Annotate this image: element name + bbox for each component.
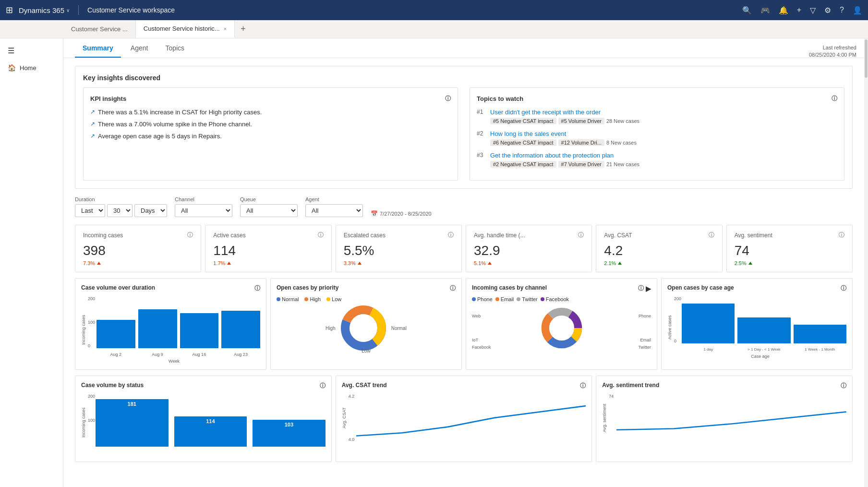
- apps-icon[interactable]: 🎮: [760, 6, 770, 15]
- sidebar-item-home[interactable]: 🏠 Home: [0, 59, 63, 76]
- topic-tags-1: #5 Negative CSAT impact #5 Volume Driver…: [490, 118, 639, 124]
- kpi-info-icon[interactable]: ⓘ: [445, 95, 451, 103]
- kpi-card-delta-4: 2.1%: [604, 260, 714, 266]
- kpi-card-title-2: Escalated cases: [344, 232, 386, 239]
- delta-arrow-0: [97, 262, 101, 265]
- chart-priority-info[interactable]: ⓘ: [450, 284, 456, 292]
- topics-info-icon[interactable]: ⓘ: [832, 95, 837, 103]
- scrollbar-thumb[interactable]: [865, 39, 868, 78]
- kpi-card-info-0[interactable]: ⓘ: [187, 231, 193, 239]
- chart-csat-info[interactable]: ⓘ: [580, 382, 586, 390]
- legend-low: Low: [326, 296, 341, 302]
- app-chevron-icon[interactable]: ∨: [66, 8, 70, 13]
- date-range-text: 7/27/2020 - 8/25/2020: [380, 211, 432, 217]
- duration-filter: Duration Last 30 Days: [75, 196, 167, 217]
- user-icon[interactable]: 👤: [853, 6, 862, 15]
- topbar: ⊞ Dynamics 365 ∨ Customer Service worksp…: [0, 0, 868, 20]
- kpi-card-delta-3: 5.1%: [474, 260, 584, 266]
- vol-status-ylabel: Incoming cases: [81, 394, 86, 451]
- svg-point-3: [350, 315, 377, 341]
- insights-title: Key insights discovered: [83, 74, 844, 82]
- last-refreshed-label: Last refreshed: [809, 44, 856, 51]
- hamburger-button[interactable]: ☰: [0, 42, 63, 59]
- tab-close-icon[interactable]: ×: [224, 26, 227, 32]
- legend-high: High: [304, 296, 321, 302]
- chart-csat-title: Avg. CSAT trend ⓘ: [342, 382, 586, 390]
- main-layout: ☰ 🏠 Home Summary Agent Topics Last refre…: [0, 38, 868, 487]
- arrow-up-icon-3: ↗: [90, 133, 95, 139]
- kpi-card-title-4: Avg. CSAT: [604, 232, 632, 239]
- topic-link-2[interactable]: How long is the sales event: [490, 130, 566, 137]
- filter-icon[interactable]: ▽: [810, 6, 816, 15]
- csat-ylabel: Avg. CSAT: [342, 394, 347, 442]
- chart-channel-info[interactable]: ⓘ: [638, 284, 644, 292]
- age-bar-1day: [682, 304, 735, 343]
- queue-select[interactable]: All: [240, 204, 298, 217]
- tab-historic[interactable]: Customer Service historic... ×: [136, 20, 235, 38]
- kpi-card-info-2[interactable]: ⓘ: [448, 231, 454, 239]
- channel-select[interactable]: All: [175, 204, 232, 217]
- channel-label-phone: Phone: [639, 314, 651, 318]
- topic-link-3[interactable]: Get the information about the protection…: [490, 152, 614, 159]
- csat-trend-svg: [356, 394, 586, 442]
- legend-normal: Normal: [277, 296, 299, 302]
- topic-tags-2: #6 Negative CSAT impact #12 Volume Dri..…: [490, 139, 637, 146]
- duration-preset-select[interactable]: Last: [75, 204, 105, 217]
- channel-label-email: Email: [640, 338, 651, 342]
- topic-item-3: #3 Get the information about the protect…: [477, 152, 837, 168]
- insights-inner: KPI insights ⓘ ↗ There was a 5.1% increa…: [83, 87, 844, 181]
- chart-sentiment-info[interactable]: ⓘ: [841, 382, 846, 390]
- sidebar: ☰ 🏠 Home: [0, 38, 63, 487]
- main-content: Summary Agent Topics Last refreshed 08/2…: [63, 38, 864, 487]
- chart-volume-title: Case volume over duration ⓘ: [81, 284, 260, 292]
- legend-twitter: Twitter: [517, 296, 537, 302]
- topic-link-1[interactable]: User didn't get the receipt with the ord…: [490, 109, 601, 116]
- calendar-icon: 📅: [371, 210, 378, 217]
- topic-new-cases-3: 21 New cases: [606, 161, 639, 167]
- topic-tag-2a: #6 Negative CSAT impact: [490, 139, 556, 146]
- duration-value-select[interactable]: 30: [107, 204, 133, 217]
- channel-label-twitter: Twitter: [638, 345, 651, 350]
- age-label-1day: 1 day: [682, 347, 735, 352]
- bar-label-aug16: Aug 16: [180, 352, 219, 357]
- grid-icon[interactable]: ⊞: [6, 5, 13, 15]
- topic-num-1: #1: [477, 109, 486, 115]
- age-bar-1month: [794, 325, 846, 343]
- chart-volume-info[interactable]: ⓘ: [254, 284, 260, 292]
- sentiment-trend-svg: [616, 394, 846, 442]
- chart-vol-status-info[interactable]: ⓘ: [320, 382, 326, 390]
- topic-tag-2b: #12 Volume Dri...: [558, 139, 604, 146]
- kpi-card-info-5[interactable]: ⓘ: [839, 231, 844, 239]
- legend-email: Email: [495, 296, 514, 302]
- tab-topics[interactable]: Topics: [157, 38, 192, 58]
- tab-agent[interactable]: Agent: [123, 38, 156, 58]
- agent-select[interactable]: All: [305, 204, 363, 217]
- kpi-insights-title: KPI insights ⓘ: [90, 95, 451, 103]
- chart-case-age: Open cases by case age ⓘ Active cases 20…: [661, 278, 853, 370]
- kpi-card-info-4[interactable]: ⓘ: [709, 231, 714, 239]
- tab-summary[interactable]: Summary: [75, 38, 121, 58]
- kpi-card-info-1[interactable]: ⓘ: [318, 231, 324, 239]
- bar-aug16: [180, 313, 219, 348]
- kpi-card-info-3[interactable]: ⓘ: [578, 231, 584, 239]
- channel-donut-chart: [540, 306, 583, 350]
- tab-customer-service[interactable]: Customer Service ...: [63, 20, 136, 38]
- settings-icon[interactable]: ⚙: [824, 6, 831, 15]
- kpi-card-value-3: 32.9: [474, 243, 584, 258]
- notifications-icon[interactable]: 🔔: [779, 6, 788, 15]
- sidebar-item-label: Home: [20, 64, 36, 72]
- help-icon[interactable]: ?: [840, 6, 844, 14]
- chart-case-age-info[interactable]: ⓘ: [841, 284, 846, 292]
- channel-filter: Channel All: [175, 196, 232, 217]
- age-label-1month: 1 Week - 1 Month: [794, 347, 846, 352]
- right-scrollbar[interactable]: [864, 38, 868, 487]
- queue-filter: Queue All: [240, 196, 298, 217]
- channel-legend: Phone Email Twitter Facebook: [472, 296, 651, 302]
- search-icon[interactable]: 🔍: [742, 6, 752, 15]
- duration-unit-select[interactable]: Days: [134, 204, 167, 217]
- priority-label-normal: Normal: [391, 326, 407, 331]
- add-icon[interactable]: +: [797, 6, 801, 14]
- kpi-card-delta-0: 7.3%: [83, 260, 193, 266]
- tab-add-button[interactable]: +: [235, 20, 252, 38]
- chart-channel-next[interactable]: ▶: [646, 285, 651, 292]
